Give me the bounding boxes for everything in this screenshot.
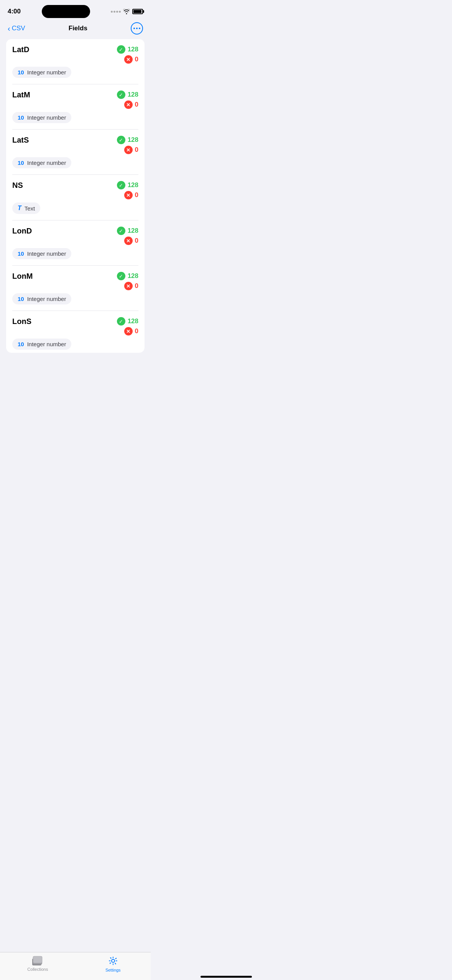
valid-count: 128	[128, 272, 138, 280]
valid-count: 128	[128, 181, 138, 189]
check-icon: ✓	[117, 227, 125, 235]
field-name: LonM	[12, 272, 33, 281]
status-icons	[111, 9, 143, 14]
field-row[interactable]: LatM ✓ 128 ✕ 0 10 Integer number	[12, 84, 138, 130]
field-type-pill[interactable]: 10 Integer number	[12, 293, 71, 304]
invalid-stat-row: ✕ 0	[124, 327, 138, 335]
battery-icon	[132, 9, 143, 14]
valid-count: 128	[128, 227, 138, 235]
invalid-count: 0	[135, 101, 138, 109]
valid-stat-row: ✓ 128	[117, 181, 138, 189]
nav-bar: ‹ CSV Fields	[0, 19, 151, 39]
back-chevron-icon: ‹	[8, 25, 10, 32]
field-top: NS ✓ 128 ✕ 0	[12, 181, 138, 199]
valid-count: 128	[128, 91, 138, 99]
invalid-count: 0	[135, 327, 138, 335]
field-type-pill[interactable]: 10 Integer number	[12, 157, 71, 168]
field-name: LonD	[12, 227, 32, 235]
field-row[interactable]: LonM ✓ 128 ✕ 0 10 Integer number	[12, 266, 138, 311]
content-area: LatD ✓ 128 ✕ 0 10 Integer number	[0, 39, 151, 390]
field-name: LatS	[12, 136, 29, 145]
status-time: 4:00	[8, 8, 21, 15]
field-top: LatM ✓ 128 ✕ 0	[12, 90, 138, 109]
check-icon: ✓	[117, 90, 125, 99]
more-button[interactable]	[131, 22, 143, 35]
wifi-icon	[123, 9, 130, 14]
back-label: CSV	[12, 25, 25, 32]
type-number-icon: 10	[18, 296, 24, 302]
field-row[interactable]: LonD ✓ 128 ✕ 0 10 Integer number	[12, 220, 138, 266]
field-row[interactable]: LatS ✓ 128 ✕ 0 10 Integer number	[12, 130, 138, 175]
field-name: LatM	[12, 90, 30, 99]
invalid-count: 0	[135, 191, 138, 199]
x-icon: ✕	[124, 100, 133, 109]
signal-icon	[111, 11, 121, 13]
more-dots-icon	[133, 28, 140, 29]
field-type-pill[interactable]: T Text	[12, 202, 40, 214]
type-number-icon: 10	[18, 341, 24, 347]
field-type-pill[interactable]: 10 Integer number	[12, 339, 71, 350]
valid-stat-row: ✓ 128	[117, 272, 138, 280]
field-row[interactable]: NS ✓ 128 ✕ 0 T Text	[12, 175, 138, 220]
field-top: LonM ✓ 128 ✕ 0	[12, 272, 138, 290]
x-icon: ✕	[124, 237, 133, 245]
x-icon: ✕	[124, 327, 133, 335]
type-number-icon: 10	[18, 114, 24, 121]
valid-stat-row: ✓ 128	[117, 227, 138, 235]
field-stats: ✓ 128 ✕ 0	[117, 90, 138, 109]
invalid-count: 0	[135, 237, 138, 245]
invalid-stat-row: ✕ 0	[124, 191, 138, 199]
dynamic-island	[42, 5, 90, 18]
valid-count: 128	[128, 46, 138, 53]
x-icon: ✕	[124, 282, 133, 290]
field-stats: ✓ 128 ✕ 0	[117, 227, 138, 245]
field-type-pill[interactable]: 10 Integer number	[12, 112, 71, 123]
type-label: Integer number	[27, 159, 66, 166]
type-label: Integer number	[27, 114, 66, 121]
type-text-icon: T	[18, 205, 21, 212]
invalid-stat-row: ✕ 0	[124, 237, 138, 245]
field-row[interactable]: LonS ✓ 128 ✕ 0 10 Integer number	[12, 311, 138, 353]
invalid-count: 0	[135, 146, 138, 154]
type-label: Integer number	[27, 69, 66, 76]
check-icon: ✓	[117, 45, 125, 54]
valid-count: 128	[128, 317, 138, 325]
field-stats: ✓ 128 ✕ 0	[117, 317, 138, 335]
x-icon: ✕	[124, 146, 133, 154]
valid-stat-row: ✓ 128	[117, 317, 138, 326]
check-icon: ✓	[117, 181, 125, 189]
field-top: LatD ✓ 128 ✕ 0	[12, 45, 138, 64]
valid-count: 128	[128, 136, 138, 144]
invalid-count: 0	[135, 56, 138, 63]
field-top: LatS ✓ 128 ✕ 0	[12, 136, 138, 154]
type-label: Integer number	[27, 341, 66, 347]
field-name: NS	[12, 181, 23, 190]
check-icon: ✓	[117, 136, 125, 144]
x-icon: ✕	[124, 55, 133, 64]
valid-stat-row: ✓ 128	[117, 90, 138, 99]
type-number-icon: 10	[18, 250, 24, 257]
field-type-pill[interactable]: 10 Integer number	[12, 67, 71, 78]
fields-card: LatD ✓ 128 ✕ 0 10 Integer number	[6, 39, 145, 353]
field-type-pill[interactable]: 10 Integer number	[12, 248, 71, 259]
type-label: Integer number	[27, 250, 66, 257]
x-icon: ✕	[124, 191, 133, 199]
page-title: Fields	[69, 25, 87, 32]
field-name: LonS	[12, 317, 31, 326]
field-stats: ✓ 128 ✕ 0	[117, 272, 138, 290]
type-label: Integer number	[27, 296, 66, 302]
field-top: LonS ✓ 128 ✕ 0	[12, 317, 138, 335]
check-icon: ✓	[117, 272, 125, 280]
back-button[interactable]: ‹ CSV	[8, 25, 25, 32]
invalid-stat-row: ✕ 0	[124, 146, 138, 154]
invalid-stat-row: ✕ 0	[124, 282, 138, 290]
invalid-stat-row: ✕ 0	[124, 100, 138, 109]
field-stats: ✓ 128 ✕ 0	[117, 181, 138, 199]
field-top: LonD ✓ 128 ✕ 0	[12, 227, 138, 245]
field-row[interactable]: LatD ✓ 128 ✕ 0 10 Integer number	[12, 39, 138, 84]
check-icon: ✓	[117, 317, 125, 326]
field-name: LatD	[12, 45, 29, 54]
invalid-count: 0	[135, 282, 138, 290]
type-number-icon: 10	[18, 69, 24, 76]
field-stats: ✓ 128 ✕ 0	[117, 136, 138, 154]
